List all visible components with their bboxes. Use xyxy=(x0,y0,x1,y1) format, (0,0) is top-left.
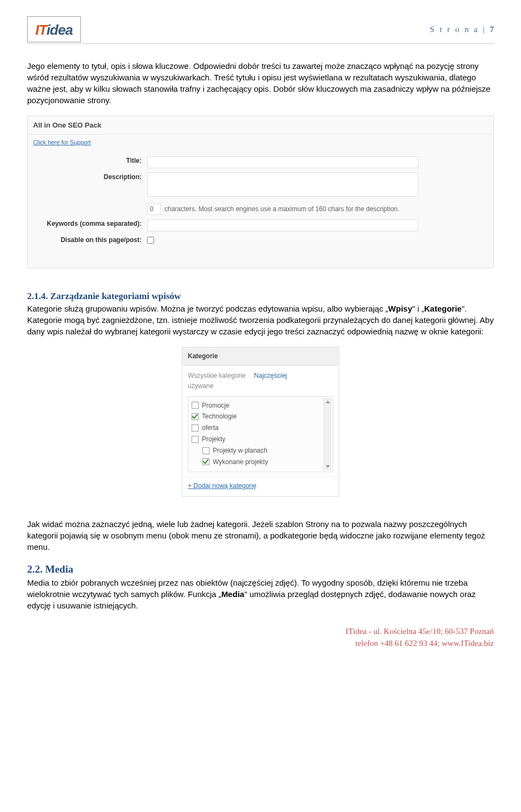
categories-panel-title: Kategorie xyxy=(182,347,339,366)
tab-all-categories[interactable]: Wszystkie kategorie xyxy=(188,372,246,379)
tab-frequent[interactable]: Najczęściej xyxy=(254,372,287,379)
category-label: Projekty w planach xyxy=(213,446,268,455)
category-item[interactable]: oferta xyxy=(192,422,329,434)
section-214: 2.1.4. Zarządzanie kategoriami wpisów Ka… xyxy=(27,290,494,337)
checkbox-icon[interactable] xyxy=(202,447,209,454)
category-item[interactable]: Wykonane projekty xyxy=(192,456,329,468)
seo-panel: All in One SEO Pack Click here for Suppo… xyxy=(27,116,494,268)
footer-address: ITidea - ul. Kościelna 45e/10; 60-537 Po… xyxy=(27,625,494,638)
seo-char-count: 0 xyxy=(147,204,161,215)
category-label: Wykonane projekty xyxy=(213,458,268,467)
seo-description-label: Description: xyxy=(33,173,147,182)
checkbox-icon[interactable] xyxy=(192,436,199,443)
seo-disable-label: Disable on this page/post: xyxy=(33,236,147,245)
scrollbar[interactable] xyxy=(323,398,331,471)
checkbox-icon[interactable] xyxy=(192,424,199,432)
category-label: Technologie xyxy=(202,412,237,421)
tab-frequent-line2: używane xyxy=(182,382,339,393)
category-item[interactable]: Promocje xyxy=(192,400,329,411)
category-label: oferta xyxy=(202,423,219,433)
footer-contact: telefon +48 61 622 93 44; www.ITidea.biz xyxy=(27,637,494,650)
categories-list: PromocjeTechnologieofertaProjektyProjekt… xyxy=(188,396,333,473)
seo-keywords-input[interactable] xyxy=(147,219,418,231)
categories-panel: Kategorie Wszystkie kategorie Najczęście… xyxy=(182,347,339,497)
seo-panel-title: All in One SEO Pack xyxy=(28,116,493,134)
logo: ITidea xyxy=(27,16,81,42)
page-header: ITidea S t r o n a | 7 xyxy=(27,16,494,44)
para-after-categories: Jak widać można zaznaczyć jedną, wiele l… xyxy=(27,518,494,553)
checkbox-icon[interactable] xyxy=(192,402,199,409)
seo-disable-checkbox[interactable] xyxy=(147,237,154,244)
section-22: 2.2. Media Media to zbiór pobranych wcze… xyxy=(27,562,494,611)
seo-char-hint: characters. Most search engines use a ma… xyxy=(164,205,399,213)
intro-paragraph: Jego elementy to tytuł, opis i słowa klu… xyxy=(27,60,494,106)
seo-keywords-label: Keywords (comma separated): xyxy=(33,219,147,229)
logo-idea: idea xyxy=(47,22,73,38)
category-item[interactable]: Technologie xyxy=(192,411,329,422)
category-label: Promocje xyxy=(202,401,230,410)
add-category-link[interactable]: + Dodaj nową kategorię xyxy=(188,482,256,490)
page-footer: ITidea - ul. Kościelna 45e/10; 60-537 Po… xyxy=(27,625,494,650)
logo-it: IT xyxy=(35,22,47,38)
category-item[interactable]: Projekty w planach xyxy=(192,445,329,456)
seo-description-input[interactable] xyxy=(147,173,418,196)
seo-title-label: Title: xyxy=(33,156,147,166)
seo-title-input[interactable] xyxy=(147,156,418,168)
category-item[interactable]: Projekty xyxy=(192,434,329,445)
checkbox-icon[interactable] xyxy=(202,458,209,465)
checkbox-icon[interactable] xyxy=(192,413,199,420)
categories-tabs: Wszystkie kategorie Najczęściej xyxy=(182,366,339,382)
page-number: S t r o n a | 7 xyxy=(430,24,494,35)
category-label: Projekty xyxy=(202,435,225,444)
seo-support-link[interactable]: Click here for Support xyxy=(33,138,91,147)
